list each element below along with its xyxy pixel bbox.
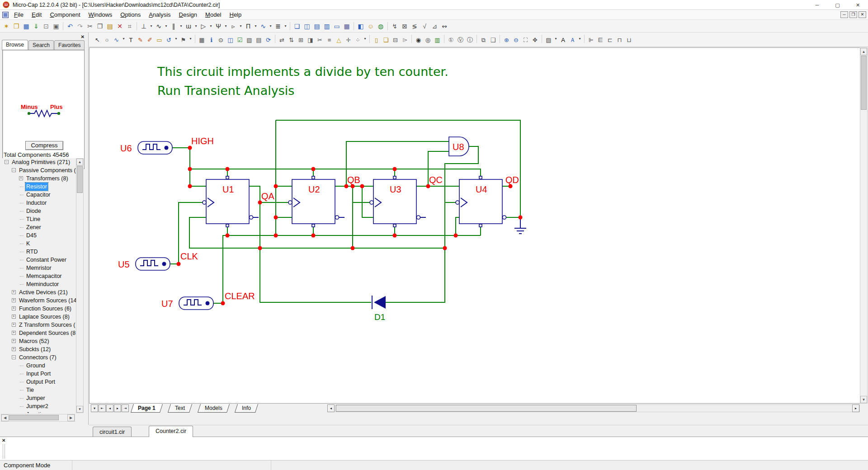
- copy-pic-icon[interactable]: ❑: [488, 35, 498, 45]
- maximize-button[interactable]: ▢: [827, 0, 848, 10]
- tree-item-memcapacitor[interactable]: Memcapacitor: [1, 272, 76, 280]
- mode-node-voltages-icon[interactable]: Ⓥ: [456, 35, 465, 45]
- attributes-dropdown-icon[interactable]: ▾: [577, 34, 582, 44]
- grid-toggle-dropdown-icon[interactable]: ▾: [363, 34, 368, 44]
- tree-scroll-left-icon[interactable]: ◀: [1, 414, 9, 421]
- tree-item-analog-primitives-271[interactable]: −Analog Primitives (271): [1, 158, 76, 166]
- wire-mode-dropdown-icon[interactable]: ▾: [121, 34, 126, 44]
- tree-item-ground[interactable]: Ground: [1, 362, 76, 370]
- flip-x-icon[interactable]: ⇄: [277, 35, 287, 45]
- tree-item-label[interactable]: Connectors (7): [18, 353, 57, 362]
- save-file-icon[interactable]: ▦: [21, 21, 31, 31]
- tree-horizontal-scrollbar[interactable]: ◀ ▶: [1, 414, 75, 422]
- grid-table-icon[interactable]: ▦: [197, 35, 207, 45]
- move-cross-icon[interactable]: ✛: [344, 35, 353, 45]
- capacitor-component-icon[interactable]: ∥: [169, 21, 179, 31]
- close-button[interactable]: ✕: [848, 0, 868, 10]
- menu-design[interactable]: Design: [175, 10, 201, 20]
- tile-vertical-icon[interactable]: ◫: [302, 21, 312, 31]
- paste-special-icon[interactable]: ⧉: [479, 35, 488, 45]
- calculator-icon[interactable]: ▦: [342, 21, 352, 31]
- ground-component-icon[interactable]: ⊥: [139, 21, 149, 31]
- tree-item-laplace-sources-8[interactable]: +Laplace Sources (8): [1, 313, 76, 321]
- run-analysis-icon[interactable]: ↯: [390, 21, 400, 31]
- page-tab-text[interactable]: Text: [168, 404, 192, 413]
- tree-item-label[interactable]: Macros (52): [18, 337, 50, 345]
- paste-icon[interactable]: ▤: [105, 21, 115, 31]
- opamp-component-dropdown-icon[interactable]: ▾: [238, 21, 243, 31]
- browser-tab-search[interactable]: Search: [28, 40, 54, 50]
- text-doc-icon[interactable]: ▤: [254, 35, 264, 45]
- tree-item-subckts-12[interactable]: +Subckts (12): [1, 345, 76, 353]
- window-view-icon[interactable]: ◫: [226, 35, 235, 45]
- tree-item-meminductor[interactable]: Meminductor: [1, 280, 76, 288]
- expand-icon[interactable]: +: [12, 315, 16, 319]
- component-panel-icon[interactable]: ◧: [356, 21, 366, 31]
- flip-y-icon[interactable]: ⇅: [287, 35, 296, 45]
- canvas-scroll-up-icon[interactable]: ▲: [860, 48, 867, 55]
- tree-item-connectors-7[interactable]: −Connectors (7): [1, 353, 76, 362]
- menu-model[interactable]: Model: [201, 10, 225, 20]
- tree-item-tline[interactable]: TLine: [1, 215, 76, 223]
- tree-item-capacitor[interactable]: Capacitor: [1, 191, 76, 199]
- maximize-window-icon[interactable]: ▭: [332, 21, 342, 31]
- tree-item-active-devices-21[interactable]: +Active Devices (21): [1, 288, 76, 296]
- tree-item-label[interactable]: Input Port: [25, 370, 52, 378]
- tree-item-diode[interactable]: Diode: [1, 207, 76, 215]
- tree-item-label[interactable]: Waveform Sources (14: [18, 296, 76, 305]
- inductor-component-dropdown-icon[interactable]: ▾: [193, 21, 198, 31]
- opamp-component-icon[interactable]: ▹: [228, 21, 238, 31]
- page-tab-page-1[interactable]: Page 1: [131, 404, 163, 413]
- tree-item-label[interactable]: Transformers (8): [25, 174, 69, 183]
- diode-component-dropdown-icon[interactable]: ▾: [208, 21, 213, 31]
- tree-item-input-port[interactable]: Input Port: [1, 370, 76, 378]
- tree-item-label[interactable]: Resistor: [25, 183, 48, 191]
- expand-icon[interactable]: +: [12, 323, 16, 327]
- sine-source-component-dropdown-icon[interactable]: ▾: [268, 21, 273, 31]
- message-panel-close-icon[interactable]: ✕: [2, 438, 5, 443]
- tree-item-output-port[interactable]: Output Port: [1, 378, 76, 386]
- tree-item-transformers-8[interactable]: +Transformers (8): [1, 174, 76, 183]
- revert-icon[interactable]: ⊡: [41, 21, 51, 31]
- message-panel-grip[interactable]: [3, 444, 5, 459]
- diode-d1[interactable]: D1: [372, 296, 386, 322]
- file-tab-counter2-cir[interactable]: Counter2.cir: [149, 426, 193, 437]
- tree-item-label[interactable]: Capacitor: [25, 191, 52, 199]
- title-block-icon[interactable]: ⊓: [615, 35, 624, 45]
- probe-icon[interactable]: ⊠: [400, 21, 410, 31]
- tree-item-label[interactable]: D45: [25, 231, 38, 240]
- align-left-icon[interactable]: ⊫: [586, 35, 596, 45]
- file-tab-circuit1-cir[interactable]: circuit1.cir: [93, 427, 132, 437]
- sheet-setup-icon[interactable]: ⊔: [624, 35, 634, 45]
- tree-item-zener[interactable]: Zener: [1, 223, 76, 231]
- tree-item-jumper2[interactable]: Jumper2: [1, 402, 76, 410]
- rotate-dropdown-icon[interactable]: ▾: [174, 34, 179, 44]
- cut-icon[interactable]: ✂: [85, 21, 95, 31]
- inductor-component-icon[interactable]: ɯ: [184, 21, 193, 31]
- tree-item-label[interactable]: Inductor: [25, 199, 47, 207]
- tree-item-label[interactable]: Active Devices (21): [18, 288, 69, 296]
- wire-mode-icon[interactable]: ∿: [112, 35, 121, 45]
- tree-item-label[interactable]: Memristor: [25, 264, 52, 272]
- tree-item-z-transform-sources[interactable]: +Z Transform Sources (: [1, 321, 76, 329]
- help-point-icon[interactable]: ⊙: [216, 35, 226, 45]
- browser-tab-browse[interactable]: Browse: [2, 40, 28, 50]
- tree-item-label[interactable]: Z Transform Sources (: [18, 321, 76, 329]
- tree-item-label[interactable]: Constant Power: [25, 256, 67, 264]
- plot-transient-icon[interactable]: ⊿: [429, 21, 439, 31]
- menu-edit[interactable]: Edit: [28, 10, 46, 20]
- ground-component-dropdown-icon[interactable]: ▾: [149, 21, 154, 31]
- menu-windows[interactable]: Windows: [85, 10, 117, 20]
- schematic-canvas[interactable]: This circuit implements a divide by ten …: [89, 47, 860, 404]
- tree-item-label[interactable]: Dependent Sources (8: [18, 329, 76, 337]
- mode-currents-icon[interactable]: Ⓘ: [465, 35, 475, 45]
- tree-item-passive-components[interactable]: −Passive Components (: [1, 166, 76, 174]
- zoom-mode-icon[interactable]: ○: [102, 35, 112, 45]
- tree-item-k[interactable]: K: [1, 240, 76, 248]
- align-mid-icon[interactable]: ⋿: [596, 35, 605, 45]
- menu-options[interactable]: Options: [116, 10, 145, 20]
- select-region-icon[interactable]: ⌲: [400, 35, 410, 45]
- tree-item-label[interactable]: Meminductor: [25, 280, 60, 288]
- refresh-models-icon[interactable]: ⟳: [264, 35, 273, 45]
- overlap-windows-icon[interactable]: ▥: [322, 21, 332, 31]
